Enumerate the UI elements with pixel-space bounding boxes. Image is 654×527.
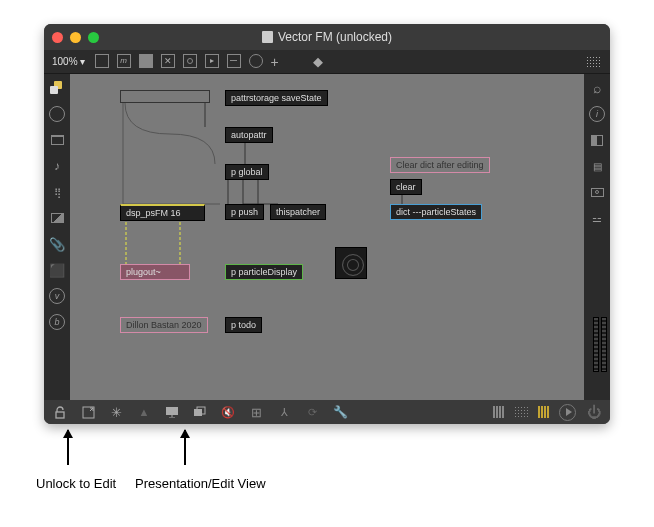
window-title: Vector FM (unlocked) xyxy=(278,30,392,44)
meter-left xyxy=(593,317,599,372)
palette-icon[interactable] xyxy=(49,80,65,96)
comment-clear-dict: Clear dict after editing xyxy=(390,157,490,173)
book-icon[interactable] xyxy=(589,132,605,148)
app-window: Vector FM (unlocked) 100% ▾ m ✕ ▸ + ◆ xyxy=(44,24,610,424)
traffic-lights xyxy=(52,32,99,43)
object-box-empty[interactable] xyxy=(120,90,210,103)
object-p-particledisplay[interactable]: p particleDisplay xyxy=(225,264,303,280)
warning-icon[interactable]: ▲ xyxy=(136,404,152,420)
object-clear[interactable]: clear xyxy=(390,179,422,195)
message-icon[interactable]: m xyxy=(117,54,131,68)
presentation-icon[interactable] xyxy=(164,404,180,420)
object-p-todo[interactable]: p todo xyxy=(225,317,262,333)
object-icon[interactable] xyxy=(95,54,109,68)
bars-icon-1[interactable] xyxy=(493,406,504,418)
toggle-icon[interactable]: ✕ xyxy=(161,54,175,68)
add-icon[interactable]: + xyxy=(271,54,279,70)
arrow-unlock xyxy=(67,430,69,465)
object-p-push[interactable]: p push xyxy=(225,204,264,220)
image-icon[interactable] xyxy=(49,210,65,226)
grid-toggle-icon[interactable] xyxy=(586,56,602,68)
lock-icon[interactable] xyxy=(52,404,68,420)
minimize-button[interactable] xyxy=(70,32,81,43)
chevron-down-icon: ▾ xyxy=(80,56,85,67)
object-dsp[interactable]: dsp_psFM 16 xyxy=(120,204,205,221)
toolbar-icons: m ✕ ▸ + ◆ xyxy=(95,54,323,70)
comment-credit: Dillon Bastan 2020 xyxy=(120,317,208,333)
annotation-presentation: Presentation/Edit View xyxy=(135,476,266,491)
bars-icon-3[interactable] xyxy=(538,406,549,418)
info-icon[interactable]: i xyxy=(589,106,605,122)
workspace: ♪ ⢿ 📎 ⬛ v b pattrstorage saveStat xyxy=(44,74,610,400)
object-p-global[interactable]: p global xyxy=(225,164,269,180)
titlebar: Vector FM (unlocked) xyxy=(44,24,610,50)
sliders-icon[interactable]: ⢿ xyxy=(49,184,65,200)
object-thispatcher[interactable]: thispatcher xyxy=(270,204,326,220)
audio-meters xyxy=(593,317,607,372)
plug-icon[interactable]: ⬛ xyxy=(49,262,65,278)
file-icon xyxy=(262,31,273,43)
flonum-icon[interactable] xyxy=(227,54,241,68)
zoom-level: 100% xyxy=(52,56,78,67)
v-icon[interactable]: v xyxy=(49,288,65,304)
bottom-right: ⏻ xyxy=(493,404,602,421)
patcher-canvas[interactable]: pattrstorage saveState autopattr p globa… xyxy=(70,74,584,400)
bars-icon-2[interactable] xyxy=(514,406,528,418)
play-button[interactable] xyxy=(559,404,576,421)
dial-icon[interactable] xyxy=(249,54,263,68)
route-icon[interactable]: ⟳ xyxy=(304,404,320,420)
button-icon[interactable] xyxy=(183,54,197,68)
layers-icon[interactable]: ▤ xyxy=(589,158,605,174)
calendar-icon[interactable] xyxy=(49,132,65,148)
comment-icon[interactable] xyxy=(139,54,153,68)
b-icon[interactable]: b xyxy=(49,314,65,330)
annotation-unlock: Unlock to Edit xyxy=(36,476,116,491)
search-icon[interactable]: ⌕ xyxy=(589,80,605,96)
maximize-button[interactable] xyxy=(88,32,99,43)
attachment-icon[interactable]: 📎 xyxy=(49,236,65,252)
number-icon[interactable]: ▸ xyxy=(205,54,219,68)
close-button[interactable] xyxy=(52,32,63,43)
svg-rect-2 xyxy=(166,407,178,415)
object-pattrstorage[interactable]: pattrstorage saveState xyxy=(225,90,328,106)
toolbar-right xyxy=(586,56,602,68)
wrench-icon[interactable]: 🔧 xyxy=(332,404,348,420)
mute-icon[interactable]: 🔇 xyxy=(220,404,236,420)
hierarchy-icon[interactable]: ⅄ xyxy=(276,404,292,420)
arrow-presentation xyxy=(184,430,186,465)
object-autopattr[interactable]: autopattr xyxy=(225,127,273,143)
left-sidebar: ♪ ⢿ 📎 ⬛ v b xyxy=(44,74,70,400)
object-dict[interactable]: dict ---particleStates xyxy=(390,204,482,220)
mixer-icon[interactable]: ⚍ xyxy=(589,210,605,226)
grid-icon[interactable]: ⊞ xyxy=(248,404,264,420)
record-icon[interactable] xyxy=(49,106,65,122)
camera-icon[interactable] xyxy=(589,184,605,200)
bottom-toolbar: ✳ ▲ 🔇 ⊞ ⅄ ⟳ 🔧 ⏻ xyxy=(44,400,610,424)
meter-right xyxy=(601,317,607,372)
window-title-container: Vector FM (unlocked) xyxy=(262,30,392,44)
svg-rect-3 xyxy=(194,409,202,416)
new-window-icon[interactable] xyxy=(80,404,96,420)
svg-rect-0 xyxy=(56,412,64,418)
top-toolbar: 100% ▾ m ✕ ▸ + ◆ xyxy=(44,50,610,74)
windows-icon[interactable] xyxy=(192,404,208,420)
paint-icon[interactable]: ◆ xyxy=(313,54,323,70)
note-icon[interactable]: ♪ xyxy=(49,158,65,174)
zoom-dropdown[interactable]: 100% ▾ xyxy=(52,56,85,67)
scope-display[interactable] xyxy=(335,247,367,279)
patch-cords xyxy=(70,74,584,400)
snowflake-icon[interactable]: ✳ xyxy=(108,404,124,420)
power-icon[interactable]: ⏻ xyxy=(586,404,602,420)
object-plugout[interactable]: plugout~ xyxy=(120,264,190,280)
